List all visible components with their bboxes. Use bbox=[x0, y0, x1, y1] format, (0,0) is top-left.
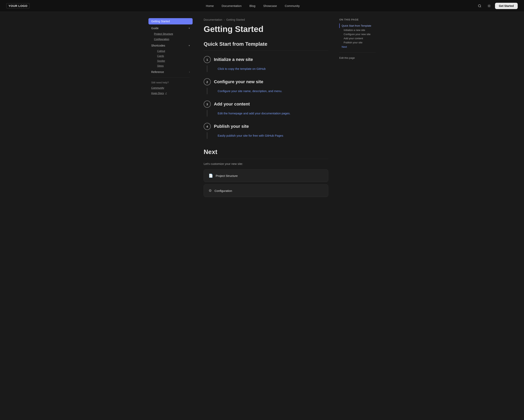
step-2-link[interactable]: Configure your site name, description, a… bbox=[207, 88, 328, 94]
card-project-structure-label: Project Structure bbox=[216, 174, 238, 177]
search-icon bbox=[478, 4, 481, 8]
svg-point-0 bbox=[478, 5, 481, 7]
sidebar-shortcodes-children: Callout Cards Spoiler Steps bbox=[148, 49, 192, 68]
step-3-link[interactable]: Edit the homepage and add your documenta… bbox=[207, 110, 328, 116]
card-configuration[interactable]: ⚙ Configuration bbox=[204, 184, 328, 197]
step-3-header: 3 Add your content bbox=[204, 101, 328, 108]
nav-home[interactable]: Home bbox=[203, 3, 217, 9]
sidebar-item-getting-started[interactable]: Getting Started bbox=[148, 18, 192, 25]
breadcrumb-current: Getting Started bbox=[226, 18, 245, 21]
sidebar: Getting Started Guide ▾ Project Structur… bbox=[148, 18, 196, 199]
step-2-title: Configure your new site bbox=[214, 79, 263, 84]
toc-divider bbox=[339, 52, 376, 52]
main-content: Documentation › Getting Started Getting … bbox=[196, 18, 336, 199]
sidebar-item-steps[interactable]: Steps bbox=[148, 63, 192, 68]
toc-link-add-content[interactable]: Add your content bbox=[339, 36, 376, 40]
sidebar-section-guide: Guide ▾ Project Structure Configuration bbox=[148, 25, 192, 42]
sidebar-hugo-docs-label: Hugo Docs bbox=[151, 92, 164, 95]
step-1-title: Initialize a new site bbox=[214, 57, 253, 62]
sidebar-community-label: Community bbox=[151, 86, 164, 89]
sidebar-guide-label: Guide bbox=[151, 27, 158, 30]
quick-start-title: Quick Start from Template bbox=[204, 41, 328, 51]
sidebar-section-shortcodes: Shortcodes ▾ Callout Cards Spoiler Steps bbox=[148, 43, 192, 68]
step-4-header: 4 Publish your site bbox=[204, 123, 328, 130]
toc: On this page Quick Start from Template I… bbox=[336, 18, 376, 199]
sidebar-community-link[interactable]: Community bbox=[148, 85, 192, 90]
theme-toggle-button[interactable] bbox=[486, 2, 493, 9]
breadcrumb-separator: › bbox=[224, 18, 225, 21]
card-configuration-label: Configuration bbox=[215, 189, 232, 192]
step-4: 4 Publish your site Easily publish your … bbox=[204, 123, 328, 139]
step-1-number: 1 bbox=[204, 56, 211, 63]
nav-links: Home Documentation Blog Showcase Communi… bbox=[203, 3, 303, 9]
chevron-down-icon-2: ▾ bbox=[189, 44, 190, 47]
sidebar-reference-header[interactable]: Reference › bbox=[148, 69, 192, 75]
toc-link-initialize[interactable]: Initialize a new site bbox=[339, 28, 376, 32]
navbar: YOUR LOGO Home Documentation Blog Showca… bbox=[0, 0, 524, 12]
file-icon: 📄 bbox=[209, 174, 213, 178]
sun-icon bbox=[487, 4, 491, 8]
sidebar-guide-header[interactable]: Guide ▾ bbox=[148, 25, 192, 31]
card-project-structure[interactable]: 📄 Project Structure bbox=[204, 169, 328, 182]
step-3: 3 Add your content Edit the homepage and… bbox=[204, 101, 328, 116]
next-description: Let's customize your new site: bbox=[204, 162, 328, 166]
navbar-right: Get Started bbox=[476, 2, 518, 9]
toc-link-quick-start[interactable]: Quick Start from Template bbox=[339, 24, 376, 28]
breadcrumb: Documentation › Getting Started bbox=[204, 18, 328, 21]
nav-blog[interactable]: Blog bbox=[246, 3, 258, 9]
page-title: Getting Started bbox=[204, 25, 328, 34]
step-3-number: 3 bbox=[204, 101, 211, 108]
nav-showcase[interactable]: Showcase bbox=[260, 3, 280, 9]
next-title: Next bbox=[204, 148, 328, 159]
external-link-icon: ↗ bbox=[165, 92, 167, 95]
nav-documentation[interactable]: Documentation bbox=[218, 3, 245, 9]
step-1-header: 1 Initialize a new site bbox=[204, 56, 328, 63]
step-1-link[interactable]: Click to copy the template on GitHub bbox=[207, 65, 328, 72]
sidebar-help-label: Still need help? bbox=[148, 80, 192, 85]
toc-link-configure[interactable]: Configure your new site bbox=[339, 32, 376, 36]
page-layout: Getting Started Guide ▾ Project Structur… bbox=[144, 12, 380, 206]
step-4-title: Publish your site bbox=[214, 124, 249, 129]
sidebar-item-spoiler[interactable]: Spoiler bbox=[148, 58, 192, 63]
step-2-number: 2 bbox=[204, 78, 211, 85]
sidebar-guide-children: Project Structure Configuration bbox=[148, 31, 192, 42]
search-button[interactable] bbox=[476, 2, 483, 9]
gear-icon: ⚙ bbox=[209, 189, 212, 193]
toc-title: On this page bbox=[339, 18, 376, 21]
nav-community[interactable]: Community bbox=[282, 3, 303, 9]
sidebar-reference-label: Reference bbox=[151, 70, 164, 74]
toc-link-next[interactable]: Next bbox=[339, 44, 376, 49]
step-4-number: 4 bbox=[204, 123, 211, 130]
svg-point-1 bbox=[488, 5, 490, 7]
breadcrumb-parent[interactable]: Documentation bbox=[204, 18, 222, 21]
sidebar-item-cards[interactable]: Cards bbox=[148, 53, 192, 58]
toc-edit-link[interactable]: Edit this page bbox=[339, 56, 376, 60]
next-section: Next Let's customize your new site: 📄 Pr… bbox=[204, 148, 328, 197]
sidebar-item-configuration[interactable]: Configuration bbox=[148, 36, 192, 42]
sidebar-item-callout[interactable]: Callout bbox=[148, 49, 192, 53]
sidebar-shortcodes-header[interactable]: Shortcodes ▾ bbox=[148, 43, 192, 49]
step-3-title: Add your content bbox=[214, 102, 250, 107]
step-1: 1 Initialize a new site Click to copy th… bbox=[204, 56, 328, 72]
step-4-link[interactable]: Easily publish your site for free with G… bbox=[207, 132, 328, 139]
get-started-button[interactable]: Get Started bbox=[495, 3, 518, 9]
step-2-header: 2 Configure your new site bbox=[204, 78, 328, 85]
toc-link-publish[interactable]: Publish your site bbox=[339, 40, 376, 44]
sidebar-section-reference: Reference › bbox=[148, 69, 192, 75]
sidebar-hugo-docs-link[interactable]: Hugo Docs ↗ bbox=[148, 90, 192, 96]
sidebar-shortcodes-label: Shortcodes bbox=[151, 44, 165, 47]
sidebar-item-project-structure[interactable]: Project Structure bbox=[148, 31, 192, 36]
chevron-down-icon: ▾ bbox=[189, 27, 190, 30]
step-2: 2 Configure your new site Configure your… bbox=[204, 78, 328, 94]
chevron-right-icon: › bbox=[189, 70, 190, 73]
logo[interactable]: YOUR LOGO bbox=[6, 3, 30, 9]
sidebar-divider bbox=[151, 77, 190, 78]
